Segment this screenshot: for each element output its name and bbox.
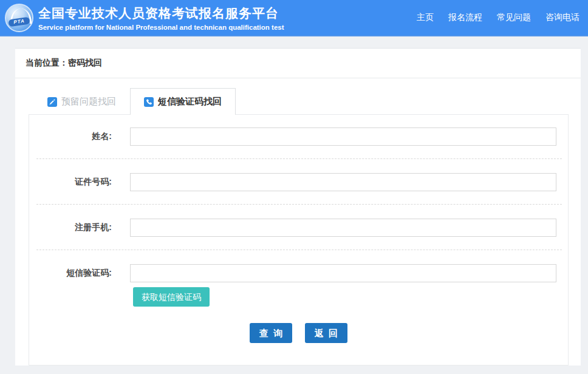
tab-sms-recovery-label: 短信验证码找回	[158, 96, 222, 107]
pta-logo: PTA	[5, 4, 33, 32]
top-nav: 主页 报名流程 常见问题 咨询电话	[417, 12, 579, 23]
breadcrumb: 当前位置：密码找回	[15, 48, 581, 78]
sms-recovery-panel: 姓名: 证件号码: 注册手机: 短信验证码: 获取短信验证码 查 询 返 回	[29, 114, 569, 365]
tab-question-recovery-label: 预留问题找回	[61, 96, 116, 107]
pta-logo-text: PTA	[8, 16, 30, 27]
mobile-label: 注册手机:	[29, 222, 130, 233]
main-container: 当前位置：密码找回 预留问题找回 短信验证码找回 姓名: 证件号码:	[15, 48, 581, 365]
query-button[interactable]: 查 询	[250, 323, 292, 343]
tabs: 预留问题找回 短信验证码找回	[33, 88, 581, 114]
site-title: 全国专业技术人员资格考试报名服务平台	[38, 5, 284, 22]
site-subtitle: Service platform for National Profession…	[38, 24, 284, 31]
id-number-input[interactable]	[130, 173, 556, 191]
phone-icon	[144, 97, 154, 107]
name-input[interactable]	[130, 127, 556, 146]
row-divider	[36, 204, 562, 205]
form-row-sms-code: 短信验证码:	[29, 264, 568, 282]
row-divider	[36, 158, 562, 159]
form-row-name: 姓名:	[29, 127, 568, 146]
get-sms-code-button[interactable]: 获取短信验证码	[133, 287, 210, 307]
form-row-mobile: 注册手机:	[29, 219, 568, 237]
pencil-icon	[47, 97, 57, 107]
form-row-id-number: 证件号码:	[29, 173, 568, 191]
tab-sms-recovery[interactable]: 短信验证码找回	[130, 88, 236, 115]
form-actions: 查 询 返 回	[29, 323, 568, 343]
mobile-input[interactable]	[130, 219, 556, 237]
sms-code-label: 短信验证码:	[29, 268, 130, 279]
get-code-row: 获取短信验证码	[133, 287, 568, 307]
nav-registration-process-link[interactable]: 报名流程	[448, 12, 482, 23]
site-title-block: 全国专业技术人员资格考试报名服务平台 Service platform for …	[38, 5, 284, 31]
back-button[interactable]: 返 回	[305, 323, 347, 343]
id-number-label: 证件号码:	[29, 177, 130, 188]
sms-code-input[interactable]	[130, 264, 556, 282]
nav-faq-link[interactable]: 常见问题	[497, 12, 531, 23]
nav-phone-link[interactable]: 咨询电话	[545, 12, 579, 23]
row-divider	[36, 250, 562, 250]
name-label: 姓名:	[29, 131, 130, 142]
tab-question-recovery[interactable]: 预留问题找回	[33, 88, 130, 115]
header: PTA 全国专业技术人员资格考试报名服务平台 Service platform …	[0, 0, 588, 36]
nav-home-link[interactable]: 主页	[417, 12, 434, 23]
